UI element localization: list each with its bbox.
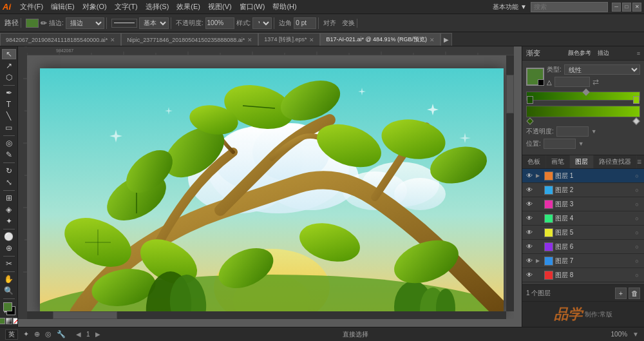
minimize-button[interactable]: ─ [612, 3, 621, 12]
layer-lock-7[interactable]: ○ [632, 257, 641, 266]
pencil-btn[interactable]: ✎ [2, 150, 16, 160]
tab-layers[interactable]: 图层 [570, 155, 594, 168]
layer-eye-2[interactable]: 👁 [525, 186, 534, 195]
tab-close-1[interactable]: ✕ [247, 37, 252, 43]
layer-eye-7[interactable]: 👁 [525, 257, 534, 266]
menu-help[interactable]: 帮助(H) [269, 1, 300, 13]
tab-swatches[interactable]: 色板 [522, 155, 546, 168]
magic-wand-btn[interactable]: ⬡ [2, 72, 16, 83]
layer-eye-3[interactable]: 👁 [525, 200, 534, 209]
angle-input[interactable] [294, 17, 316, 29]
opacity-dropdown[interactable]: ▼ [591, 128, 597, 135]
position-dropdown[interactable]: ▼ [578, 141, 584, 147]
menu-effect[interactable]: 效果(E) [173, 1, 204, 13]
current-color-swatch[interactable] [526, 68, 544, 86]
text-tool-btn[interactable]: T [2, 99, 16, 110]
gradient-type-select[interactable]: 线性 [564, 64, 640, 75]
gradient-stop-left[interactable] [527, 96, 533, 104]
mesh-btn[interactable]: ⊞ [2, 193, 16, 203]
zoom-controls[interactable]: ▼ [632, 331, 639, 338]
layer-row-7[interactable]: 👁 ▶ 图层 7 ○ [522, 254, 644, 268]
menu-view[interactable]: 视图(V) [204, 1, 236, 13]
tab-close-2[interactable]: ✕ [309, 37, 314, 43]
tab-brushes[interactable]: 画笔 [546, 155, 570, 168]
horizontal-scrollbar-thumb[interactable] [53, 311, 117, 319]
base-select[interactable]: 基本 [139, 17, 169, 29]
layer-lock-5[interactable]: ○ [632, 228, 641, 237]
workspace-selector[interactable]: 基本功能 ▼ [493, 3, 527, 12]
layer-eye-1[interactable]: 👁 [525, 171, 534, 180]
layer-eye-5[interactable]: 👁 [525, 228, 534, 237]
canvas-area[interactable]: 9842067 [18, 46, 522, 327]
paintbrush-btn[interactable]: ◎ [2, 138, 16, 148]
gradient-btn[interactable]: ◈ [2, 204, 16, 215]
gradient-handle-right[interactable] [632, 117, 639, 124]
layer-arrow-1[interactable]: ▶ [536, 173, 542, 179]
gradient-bar[interactable] [526, 92, 640, 101]
tab-0[interactable]: 9842067_201908241118185540000.ai* ✕ [0, 33, 121, 46]
delete-layer-btn[interactable]: 🗑 [629, 287, 640, 299]
layer-eye-4[interactable]: 👁 [525, 214, 534, 223]
layer-arrow-7[interactable]: ▶ [536, 258, 542, 264]
stroke-select[interactable]: 描边 [66, 17, 104, 29]
layer-row-8[interactable]: 👁 ▶ 图层 8 ○ [522, 268, 644, 282]
gradient-midpoint[interactable] [582, 88, 589, 95]
layer-lock-4[interactable]: ○ [632, 214, 641, 223]
layer-row-6[interactable]: 👁 ▶ 图层 6 ○ [522, 240, 644, 254]
color-mode-btn[interactable] [0, 318, 5, 324]
rectangle-tool-btn[interactable]: ▭ [2, 122, 16, 133]
pen-tool-btn[interactable]: ✒ [2, 88, 16, 98]
tab-2[interactable]: 1374 [转换].eps* ✕ [258, 33, 320, 46]
layer-row-3[interactable]: 👁 ▶ 图层 3 ○ [522, 197, 644, 211]
scale-btn[interactable]: ⤡ [2, 177, 16, 188]
eraser-btn[interactable]: ✂ [2, 258, 16, 269]
layer-lock-6[interactable]: ○ [632, 242, 641, 251]
gradient-mode-btn[interactable] [6, 318, 12, 324]
menu-text[interactable]: 文字(T) [111, 1, 142, 13]
menu-edit[interactable]: 编辑(E) [47, 1, 79, 13]
search-input[interactable] [531, 2, 608, 12]
gradient-position-input[interactable] [544, 139, 576, 149]
direct-selection-tool-btn[interactable]: ↗ [2, 61, 16, 71]
layer-lock-3[interactable]: ○ [632, 200, 641, 209]
hand-btn[interactable]: ✋ [2, 274, 16, 284]
layer-lock-8[interactable]: ○ [632, 271, 641, 280]
new-layer-btn[interactable]: + [615, 287, 627, 299]
live-paint-btn[interactable]: ⚪ [2, 231, 16, 242]
tab-3[interactable]: B17-AI-021.ai* @ 484.91% (RGB/预览) ✕ [320, 33, 440, 46]
eyedropper-btn[interactable]: ✦ [2, 216, 16, 226]
tab-close-0[interactable]: ✕ [110, 37, 115, 43]
style-select[interactable]: ▼ [252, 17, 272, 29]
menu-window[interactable]: 窗口(W) [236, 1, 269, 13]
selection-tool-btn[interactable]: ↖ [2, 49, 16, 59]
close-button[interactable]: ✕ [632, 3, 641, 12]
layer-row-1[interactable]: 👁 ▶ 图层 1 ○ [522, 169, 644, 183]
rotate-btn[interactable]: ↻ [2, 166, 16, 176]
line-tool-btn[interactable]: ╲ [2, 111, 16, 121]
tab-1[interactable]: Nipic_23771846_20180504150235888088.ai* … [121, 33, 258, 46]
gradient-collapse[interactable]: ≡ [637, 50, 640, 57]
layer-lock-2[interactable]: ○ [632, 186, 641, 195]
gradient-opacity-input[interactable] [556, 126, 589, 137]
pen-icon[interactable]: ✏ [41, 19, 47, 28]
opacity-input[interactable] [205, 17, 234, 29]
menu-select[interactable]: 选择(S) [142, 1, 173, 13]
shape-builder-btn[interactable]: ⊕ [2, 243, 16, 253]
horizontal-scrollbar[interactable] [27, 311, 506, 319]
layer-row-2[interactable]: 👁 ▶ 图层 2 ○ [522, 183, 644, 197]
input-method[interactable]: 英 [8, 330, 15, 339]
tab-arrow[interactable]: ▶ [440, 33, 452, 46]
menu-file[interactable]: 文件(F) [16, 1, 47, 13]
gradient-angle-input[interactable]: -152.8° [554, 77, 590, 87]
fill-color-swatch[interactable] [26, 19, 39, 28]
vertical-scrollbar-thumb[interactable] [506, 75, 514, 113]
none-mode-btn[interactable] [13, 318, 19, 324]
menu-object[interactable]: 对象(O) [79, 1, 111, 13]
full-gradient-bar[interactable] [526, 106, 640, 117]
layer-row-4[interactable]: 👁 ▶ 图层 4 ○ [522, 211, 644, 226]
fill-swatch[interactable] [3, 302, 12, 311]
maximize-button[interactable]: □ [622, 3, 631, 12]
zoom-btn[interactable]: 🔍 [2, 286, 16, 296]
vertical-scrollbar[interactable] [506, 55, 514, 311]
reverse-icon[interactable]: ⇄ [592, 77, 599, 86]
